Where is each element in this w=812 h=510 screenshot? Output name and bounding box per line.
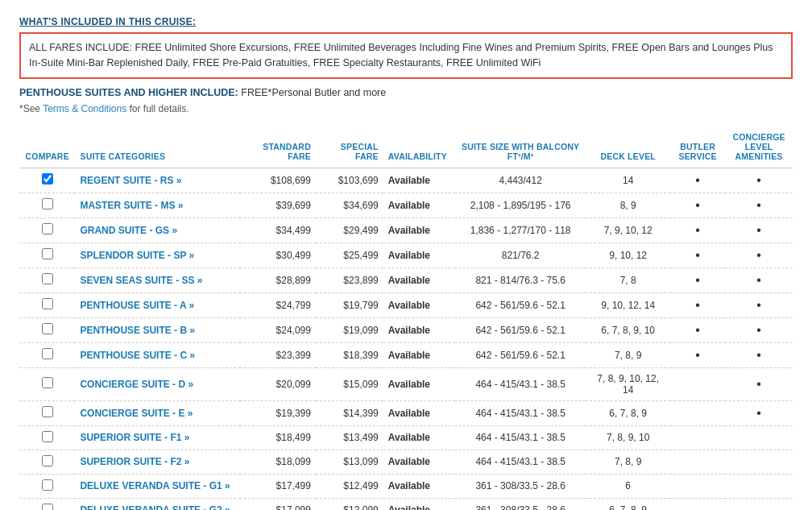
availability: Available xyxy=(383,193,455,218)
compare-checkbox-cell[interactable] xyxy=(19,193,75,218)
terms-link[interactable]: Terms & Conditions xyxy=(43,103,126,114)
availability: Available xyxy=(383,243,455,267)
butler-service: • xyxy=(670,243,725,267)
suite-name[interactable]: SUPERIOR SUITE - F2 » xyxy=(75,450,239,474)
availability: Available xyxy=(383,450,455,474)
deck-level: 7, 9, 10, 12 xyxy=(586,218,670,243)
suite-name[interactable]: DELUXE VERANDA SUITE - G2 » xyxy=(75,498,239,510)
deck-level: 6 xyxy=(586,474,670,498)
suite-name[interactable]: PENTHOUSE SUITE - C » xyxy=(75,342,239,367)
table-row: SUPERIOR SUITE - F1 »$18,499$13,499Avail… xyxy=(19,425,793,450)
compare-checkbox[interactable] xyxy=(42,431,53,442)
deck-level: 14 xyxy=(586,168,670,193)
compare-checkbox-cell[interactable] xyxy=(19,425,75,450)
concierge-amenities: • xyxy=(725,168,793,193)
special-fare: $14,399 xyxy=(316,400,383,425)
concierge-amenities: • xyxy=(725,317,793,342)
butler-service: • xyxy=(670,342,725,367)
table-row: SUPERIOR SUITE - F2 »$18,099$13,099Avail… xyxy=(19,450,793,474)
butler-service: • xyxy=(670,267,725,292)
terms-suffix: for full details. xyxy=(126,103,188,114)
standard-fare: $18,499 xyxy=(240,425,316,450)
compare-checkbox-cell[interactable] xyxy=(19,292,75,317)
availability: Available xyxy=(383,267,455,292)
compare-checkbox[interactable] xyxy=(42,273,53,284)
compare-checkbox[interactable] xyxy=(42,455,53,466)
table-row: PENTHOUSE SUITE - C »$23,399$18,399Avail… xyxy=(19,342,793,367)
deck-level: 7, 8, 9 xyxy=(586,342,670,367)
compare-checkbox[interactable] xyxy=(42,248,53,259)
table-row: PENTHOUSE SUITE - B »$24,099$19,099Avail… xyxy=(19,317,793,342)
table-row: MASTER SUITE - MS »$39,699$34,699Availab… xyxy=(19,193,793,218)
availability: Available xyxy=(383,400,455,425)
special-fare: $23,899 xyxy=(316,267,383,292)
special-fare: $12,499 xyxy=(316,474,383,498)
compare-checkbox-cell[interactable] xyxy=(19,450,75,474)
suite-name[interactable]: CONCIERGE SUITE - E » xyxy=(75,400,239,425)
butler-service: • xyxy=(670,218,725,243)
table-row: DELUXE VERANDA SUITE - G1 »$17,499$12,49… xyxy=(19,474,793,498)
deck-level: 6, 7, 8, 9, 10 xyxy=(586,317,670,342)
compare-checkbox-cell[interactable] xyxy=(19,267,75,292)
terms-line: *See Terms & Conditions for full details… xyxy=(19,103,793,114)
suite-name[interactable]: REGENT SUITE - RS » xyxy=(75,168,239,193)
compare-checkbox[interactable] xyxy=(42,298,53,309)
special-fare: $19,099 xyxy=(316,317,383,342)
compare-checkbox[interactable] xyxy=(42,377,53,388)
special-fare: $29,499 xyxy=(316,218,383,243)
availability: Available xyxy=(383,317,455,342)
compare-checkbox-cell[interactable] xyxy=(19,367,75,400)
suite-size: 361 - 308/33.5 - 28.6 xyxy=(455,498,586,510)
concierge-amenities: • xyxy=(725,342,793,367)
suite-name[interactable]: PENTHOUSE SUITE - A » xyxy=(75,292,239,317)
compare-checkbox-cell[interactable] xyxy=(19,498,75,510)
suite-name[interactable]: MASTER SUITE - MS » xyxy=(75,193,239,218)
suite-size: 464 - 415/43.1 - 38.5 xyxy=(455,425,586,450)
compare-checkbox-cell[interactable] xyxy=(19,243,75,267)
compare-checkbox-cell[interactable] xyxy=(19,218,75,243)
table-row: SPLENDOR SUITE - SP »$30,499$25,499Avail… xyxy=(19,243,793,267)
table-row: GRAND SUITE - GS »$34,499$29,499Availabl… xyxy=(19,218,793,243)
suite-name[interactable]: CONCIERGE SUITE - D » xyxy=(75,367,239,400)
deck-level: 9, 10, 12 xyxy=(586,243,670,267)
butler-service: • xyxy=(670,292,725,317)
special-fare: $25,499 xyxy=(316,243,383,267)
availability: Available xyxy=(383,425,455,450)
suite-name[interactable]: GRAND SUITE - GS » xyxy=(75,218,239,243)
compare-checkbox[interactable] xyxy=(42,223,53,234)
col-header-avail: AVAILABILITY xyxy=(383,129,455,168)
compare-checkbox[interactable] xyxy=(42,173,53,185)
compare-checkbox-cell[interactable] xyxy=(19,168,75,193)
availability: Available xyxy=(383,218,455,243)
compare-checkbox[interactable] xyxy=(42,348,53,359)
section-title: WHAT'S INCLUDED IN THIS CRUISE: xyxy=(19,16,793,27)
penthouse-label: PENTHOUSE SUITES AND HIGHER INCLUDE: xyxy=(19,87,238,98)
compare-checkbox[interactable] xyxy=(42,406,53,417)
compare-checkbox[interactable] xyxy=(42,504,53,511)
compare-checkbox-cell[interactable] xyxy=(19,317,75,342)
col-header-concierge: CONCIERGE LEVEL AMENITIES xyxy=(725,129,793,168)
compare-checkbox[interactable] xyxy=(42,479,53,491)
standard-fare: $39,699 xyxy=(240,193,316,218)
suite-name[interactable]: SPLENDOR SUITE - SP » xyxy=(75,243,239,267)
standard-fare: $108,699 xyxy=(240,168,316,193)
butler-service xyxy=(670,450,725,474)
suite-name[interactable]: SEVEN SEAS SUITE - SS » xyxy=(75,267,239,292)
compare-checkbox-cell[interactable] xyxy=(19,474,75,498)
availability: Available xyxy=(383,367,455,400)
suite-size: 464 - 415/43.1 - 38.5 xyxy=(455,450,586,474)
suite-name[interactable]: PENTHOUSE SUITE - B » xyxy=(75,317,239,342)
suite-name[interactable]: SUPERIOR SUITE - F1 » xyxy=(75,425,239,450)
suite-name[interactable]: DELUXE VERANDA SUITE - G1 » xyxy=(75,474,239,498)
compare-checkbox[interactable] xyxy=(42,198,53,209)
butler-service xyxy=(670,498,725,510)
butler-service xyxy=(670,367,725,400)
compare-checkbox-cell[interactable] xyxy=(19,400,75,425)
col-header-suite: SUITE CATEGORIES xyxy=(75,129,239,168)
compare-checkbox[interactable] xyxy=(42,323,53,334)
table-row: CONCIERGE SUITE - D »$20,099$15,099Avail… xyxy=(19,367,793,400)
special-fare: $18,399 xyxy=(316,342,383,367)
deck-level: 7, 8 xyxy=(586,267,670,292)
compare-checkbox-cell[interactable] xyxy=(19,342,75,367)
col-header-deck: DECK LEVEL xyxy=(586,129,670,168)
